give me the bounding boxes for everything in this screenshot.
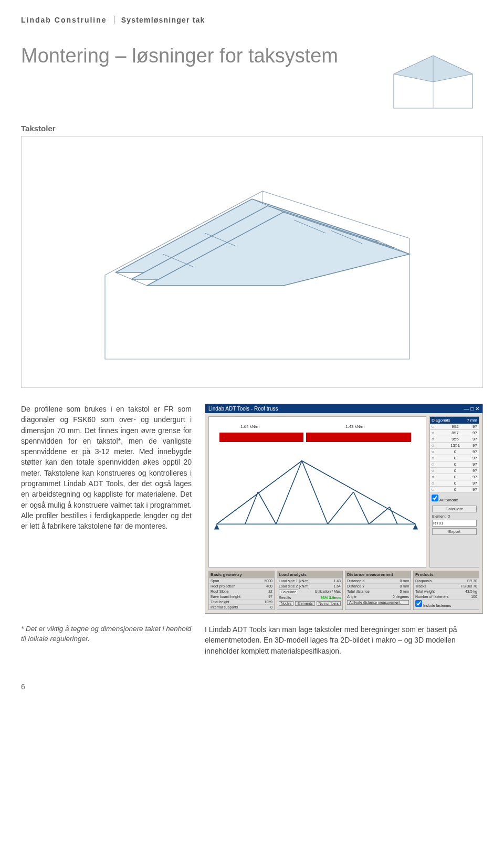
screenshot-caption: I Lindab ADT Tools kan man lage takstole… [205,624,483,656]
utilization-value: 93% 3.9mm [321,596,341,600]
page-title: Montering – løsninger for taksystem [21,45,368,67]
basic-geometry-panel: Basic geometry Span5000Roof projection40… [208,571,275,610]
house-miniature-illustration [383,45,483,113]
truss-building-illustration [21,136,483,388]
adt-tools-screenshot: Lindab ADT Tools - Roof truss — □ ✕ 1.64… [205,404,483,614]
panel-row: TracksFSK60 70 [414,583,479,589]
element-id-field[interactable]: RT01 [432,520,477,527]
section-name: Systemløsninger tak [121,16,205,24]
page-header: Lindab Construline Systemløsninger tak [21,16,483,24]
export-button[interactable]: Export [432,528,477,535]
diagonal-row[interactable]: ○097 [430,449,479,455]
footnote: * Det er viktig å tegne og dimensjonere … [21,624,192,656]
svg-line-21 [328,492,353,524]
svg-marker-26 [413,524,418,529]
panel-row: Total distance0 mm [345,589,411,594]
panel-row: Total weight43.5 kg [414,589,479,594]
include-fasteners-checkbox[interactable] [415,600,422,607]
diagonal-row[interactable]: ○097 [430,468,479,474]
activate-distance-button[interactable]: Activate distance measurement [347,600,409,605]
diagonal-row[interactable]: ○097 [430,480,479,487]
panel-row: Roof Slope22 [209,589,274,594]
distance-panel: Distance measurement Distance X0 mmDista… [345,571,411,610]
separator-icon [114,16,114,24]
load-analysis-panel: Load analysis Load side 1 [kN/m]1.43Load… [277,571,343,610]
panel-row: Distance Y0 mm [345,583,411,589]
products-panel: Products DiagonalsFR 70TracksFSK60 70Tot… [413,571,479,610]
svg-line-20 [302,461,328,524]
diagonal-row[interactable]: ○95597 [430,436,479,443]
diagonal-row[interactable]: ○135197 [430,443,479,449]
svg-line-17 [245,492,258,524]
panel-row: Angle0 degrees [345,594,411,599]
window-controls-icon[interactable]: — □ ✕ [464,406,479,412]
panel-row: Distance X0 mm [345,578,411,583]
panel-row: Total height1259 [209,599,274,604]
diagonals-header: Diagonals [432,418,450,423]
svg-line-23 [369,507,390,524]
panel-row: Load side 1 [kN/m]1.43 [277,578,342,583]
svg-line-24 [390,507,397,524]
brand-name: Lindab Construline [21,16,107,24]
calculate-button[interactable]: Calculate [432,506,477,512]
panel-row: Span5000 [209,578,274,583]
diagonals-panel: Diagonals? mm ○99297○89797○95597○135197○… [429,416,479,568]
panel-row: Roof projection400 [209,583,274,589]
diagonal-row[interactable]: ○097 [430,487,479,493]
section-label: Takstoler [21,124,483,133]
window-title: Lindab ADT Tools - Roof truss [208,406,278,412]
results-label: Results [279,596,291,600]
elements-button[interactable]: Elements [295,601,314,606]
truss-canvas[interactable]: 1.64 kN/m 1.43 kN/m [208,416,426,568]
diagonal-row[interactable]: ○097 [430,461,479,468]
panel-row: Eave board height97 [209,594,274,599]
automatic-checkbox[interactable] [432,495,438,501]
diagonal-row[interactable]: ○097 [430,474,479,480]
panel-row: Number of fasteners100 [414,594,479,599]
diagonal-row[interactable]: ○99297 [430,424,479,430]
calc-button[interactable]: Calculate [279,590,298,594]
body-paragraph: De profilene som brukes i en takstol er … [21,404,192,614]
nonumbers-button[interactable]: No numbers [317,601,341,606]
svg-marker-25 [214,524,219,529]
window-titlebar: Lindab ADT Tools - Roof truss — □ ✕ [205,404,482,413]
panel-row: DiagonalsFR 70 [414,578,479,583]
panel-row: Internal supports0 [209,604,274,610]
svg-line-18 [258,492,276,524]
page-number: 6 [21,682,483,691]
panel-row: Load side 2 [kN/m]1.64 [277,583,342,589]
nodes-button[interactable]: Nodes [279,601,293,606]
diagonal-row[interactable]: ○097 [430,455,479,461]
diagonal-row[interactable]: ○89797 [430,430,479,436]
